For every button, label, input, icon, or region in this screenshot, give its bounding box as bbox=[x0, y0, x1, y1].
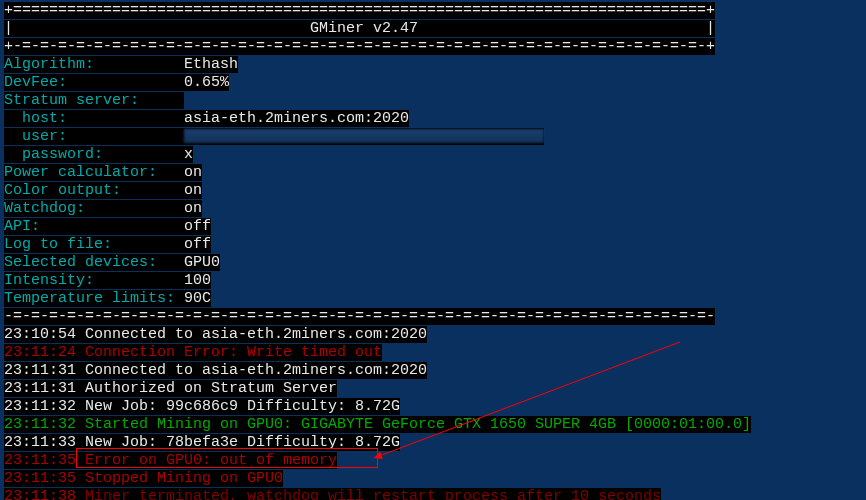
config-value: 100 bbox=[184, 272, 211, 289]
config-label: user: bbox=[4, 128, 184, 145]
log-timestamp: 23:11:33 bbox=[4, 434, 85, 451]
log-line-strip: 23:11:38 Miner terminated, watchdog will… bbox=[4, 488, 661, 500]
config-label: Intensity: bbox=[4, 272, 184, 289]
log-timestamp: 23:11:35 bbox=[4, 452, 85, 469]
log-line-strip: 23:11:31 Authorized on Stratum Server bbox=[4, 380, 337, 397]
config-label: Color output: bbox=[4, 182, 184, 199]
config-value: Ethash bbox=[184, 56, 238, 73]
log-line-strip: 23:11:32 Started Mining on GPU0: GIGABYT… bbox=[4, 416, 751, 433]
log-line-strip: 23:11:32 New Job: 99c686c9 Difficulty: 8… bbox=[4, 398, 400, 415]
config-label: Algorithm: bbox=[4, 56, 184, 73]
log-line: 23:10:54 Connected to asia-eth.2miners.c… bbox=[4, 326, 862, 344]
config-label: Log to file: bbox=[4, 236, 184, 253]
log-message: Started Mining on GPU0: GIGABYTE GeForce… bbox=[85, 416, 751, 433]
log-timestamp: 23:11:24 bbox=[4, 344, 85, 361]
terminal-output: +=======================================… bbox=[0, 0, 866, 500]
log-message: New Job: 99c686c9 Difficulty: 8.72G bbox=[85, 398, 400, 415]
config-label: DevFee: bbox=[4, 74, 184, 91]
config-label: password: bbox=[4, 146, 184, 163]
log-message: Connected to asia-eth.2miners.com:2020 bbox=[85, 362, 427, 379]
config-row-strip: Selected devices: GPU0 bbox=[4, 254, 220, 271]
config-label: Watchdog: bbox=[4, 200, 184, 217]
config-value: 0.65% bbox=[184, 74, 229, 91]
config-row: Watchdog: on bbox=[4, 200, 862, 218]
config-row-strip: Color output: on bbox=[4, 182, 202, 199]
config-row-strip: API: off bbox=[4, 218, 211, 235]
config-value: off bbox=[184, 236, 211, 253]
config-value: 90C bbox=[184, 290, 211, 307]
config-value: on bbox=[184, 164, 202, 181]
log-line-strip: 23:11:35 Stopped Mining on GPU0 bbox=[4, 470, 283, 487]
separator-text: -=-=-=-=-=-=-=-=-=-=-=-=-=-=-=-=-=-=-=-=… bbox=[4, 308, 715, 325]
log-message: Authorized on Stratum Server bbox=[85, 380, 337, 397]
config-value: GPU0 bbox=[184, 254, 220, 271]
config-row-strip: Log to file: off bbox=[4, 236, 211, 253]
config-row-strip: Stratum server: bbox=[4, 92, 184, 109]
config-value: asia-eth.2miners.com:2020 bbox=[184, 110, 409, 127]
config-row: Power calculator: on bbox=[4, 164, 862, 182]
log-message: Connected to asia-eth.2miners.com:2020 bbox=[85, 326, 427, 343]
config-value: x bbox=[184, 146, 193, 163]
log-message: Miner terminated, watchdog will restart … bbox=[85, 488, 661, 500]
header-title-text: | GMiner v2.47 | bbox=[4, 20, 715, 37]
config-row: Algorithm: Ethash bbox=[4, 56, 862, 74]
header-border-bottom-text: +-=-=-=-=-=-=-=-=-=-=-=-=-=-=-=-=-=-=-=-… bbox=[4, 38, 715, 55]
log-message: Stopped Mining on GPU0 bbox=[85, 470, 283, 487]
log-timestamp: 23:11:32 bbox=[4, 398, 85, 415]
log-line-strip: 23:11:33 New Job: 78befa3e Difficulty: 8… bbox=[4, 434, 400, 451]
config-section: Algorithm: EthashDevFee: 0.65%Stratum se… bbox=[4, 56, 862, 308]
config-value: on bbox=[184, 182, 202, 199]
log-line: 23:11:32 Started Mining on GPU0: GIGABYT… bbox=[4, 416, 862, 434]
config-label: Stratum server: bbox=[4, 92, 184, 109]
log-message: Error on GPU0: out of memory bbox=[85, 452, 337, 469]
config-row: host: asia-eth.2miners.com:2020 bbox=[4, 110, 862, 128]
log-line-strip: 23:11:24 Connection Error: Write timed o… bbox=[4, 344, 382, 361]
config-row: API: off bbox=[4, 218, 862, 236]
config-row-strip: Intensity: 100 bbox=[4, 272, 211, 289]
log-line: 23:11:33 New Job: 78befa3e Difficulty: 8… bbox=[4, 434, 862, 452]
log-line: 23:11:38 Miner terminated, watchdog will… bbox=[4, 488, 862, 500]
config-row-strip: Algorithm: Ethash bbox=[4, 56, 238, 73]
config-row: Log to file: off bbox=[4, 236, 862, 254]
log-section: 23:10:54 Connected to asia-eth.2miners.c… bbox=[4, 326, 862, 500]
config-value: on bbox=[184, 200, 202, 217]
config-row-strip: Power calculator: on bbox=[4, 164, 202, 181]
separator: -=-=-=-=-=-=-=-=-=-=-=-=-=-=-=-=-=-=-=-=… bbox=[4, 308, 862, 326]
config-row: Selected devices: GPU0 bbox=[4, 254, 862, 272]
config-label: host: bbox=[4, 110, 184, 127]
config-row-strip: password: x bbox=[4, 146, 193, 163]
log-line-strip: 23:11:35 Error on GPU0: out of memory bbox=[4, 452, 337, 469]
header-border-top: +=======================================… bbox=[4, 2, 862, 20]
config-row-strip: DevFee: 0.65% bbox=[4, 74, 229, 91]
log-timestamp: 23:11:38 bbox=[4, 488, 85, 500]
config-row: Color output: on bbox=[4, 182, 862, 200]
log-line: 23:11:35 Stopped Mining on GPU0 bbox=[4, 470, 862, 488]
config-row: Temperature limits: 90C bbox=[4, 290, 862, 308]
config-row-strip: user: bbox=[4, 128, 544, 145]
config-row-strip: host: asia-eth.2miners.com:2020 bbox=[4, 110, 409, 127]
log-timestamp: 23:11:31 bbox=[4, 380, 85, 397]
log-line-strip: 23:10:54 Connected to asia-eth.2miners.c… bbox=[4, 326, 427, 343]
config-row-strip: Temperature limits: 90C bbox=[4, 290, 211, 307]
log-line: 23:11:31 Connected to asia-eth.2miners.c… bbox=[4, 362, 862, 380]
header-title: | GMiner v2.47 | bbox=[4, 20, 862, 38]
config-value-blurred bbox=[184, 129, 544, 143]
log-timestamp: 23:11:35 bbox=[4, 470, 85, 487]
config-row: password: x bbox=[4, 146, 862, 164]
config-label: API: bbox=[4, 218, 184, 235]
log-timestamp: 23:10:54 bbox=[4, 326, 85, 343]
log-timestamp: 23:11:31 bbox=[4, 362, 85, 379]
log-timestamp: 23:11:32 bbox=[4, 416, 85, 433]
header-border-top-text: +=======================================… bbox=[4, 2, 715, 19]
log-line: 23:11:24 Connection Error: Write timed o… bbox=[4, 344, 862, 362]
log-message: Connection Error: Write timed out bbox=[85, 344, 382, 361]
config-label: Power calculator: bbox=[4, 164, 184, 181]
config-label: Temperature limits: bbox=[4, 290, 184, 307]
log-line: 23:11:35 Error on GPU0: out of memory bbox=[4, 452, 862, 470]
config-row-strip: Watchdog: on bbox=[4, 200, 202, 217]
config-row: user: bbox=[4, 128, 862, 146]
config-label: Selected devices: bbox=[4, 254, 184, 271]
config-row: Stratum server: bbox=[4, 92, 862, 110]
config-row: DevFee: 0.65% bbox=[4, 74, 862, 92]
header-border-bottom: +-=-=-=-=-=-=-=-=-=-=-=-=-=-=-=-=-=-=-=-… bbox=[4, 38, 862, 56]
